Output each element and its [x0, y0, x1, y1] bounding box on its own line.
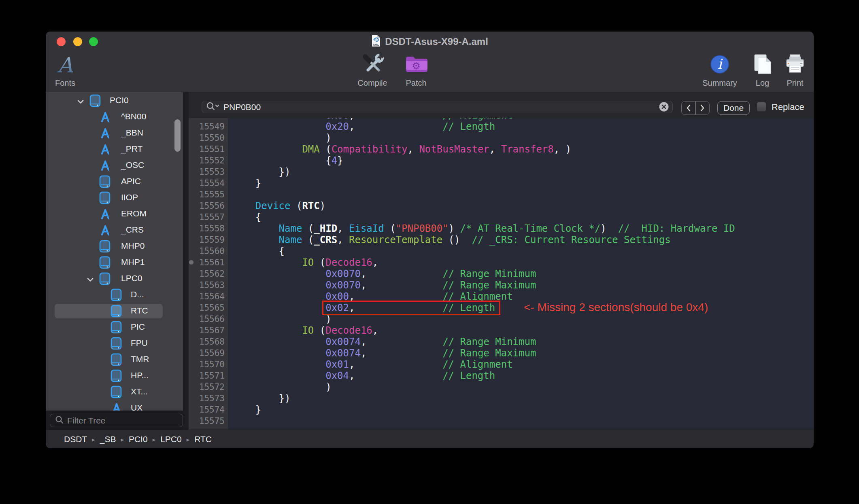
done-button[interactable]: Done: [717, 101, 750, 115]
sidebar-tree[interactable]: PCI0^BN00_BBN_PRT_OSCAPICIIOPEROM_CRSMHP…: [46, 92, 183, 411]
code-line[interactable]: }): [232, 393, 291, 404]
summary-button[interactable]: i Summary: [700, 53, 740, 88]
code-line[interactable]: {: [232, 212, 261, 223]
code-line[interactable]: 0x20, // Length: [232, 121, 495, 132]
device-icon: [99, 191, 111, 206]
code-line[interactable]: 0x04, // Length: [232, 370, 495, 381]
tree-item-label: MHP0: [121, 241, 145, 251]
breadcrumb-item-pci0[interactable]: PCI0: [129, 434, 148, 444]
print-button[interactable]: Print: [780, 53, 810, 88]
code-line[interactable]: 0x00, // Alignment: [232, 118, 513, 121]
tree-item-apic[interactable]: APIC: [46, 174, 183, 190]
find-next-button[interactable]: [696, 102, 709, 114]
tree-item-fpu[interactable]: FPU: [46, 335, 183, 352]
code-line[interactable]: {4}: [232, 155, 343, 166]
replace-checkbox[interactable]: [757, 102, 766, 112]
tree-item-rtc[interactable]: RTC: [46, 303, 183, 319]
breadcrumb-item-sb[interactable]: _SB: [100, 434, 116, 444]
patch-button[interactable]: ⚙ Patch: [398, 53, 434, 88]
find-previous-button[interactable]: [682, 102, 695, 114]
search-icon: [55, 415, 64, 426]
tree-item-lpc0[interactable]: LPC0: [46, 271, 183, 287]
tree-item-bn00[interactable]: ^BN00: [46, 109, 183, 125]
tree-item-mhp1[interactable]: MHP1: [46, 254, 183, 271]
line-number: 15559: [189, 234, 225, 246]
line-number: 15551: [189, 144, 225, 155]
tree-item-label: IIOP: [121, 193, 138, 202]
tree-item-erom[interactable]: EROM: [46, 206, 183, 222]
summary-label: Summary: [702, 78, 737, 88]
clear-search-button[interactable]: [659, 102, 669, 112]
tree-item-osc[interactable]: _OSC: [46, 157, 183, 174]
sidebar-scrollbar-thumb[interactable]: [174, 119, 181, 152]
code-line[interactable]: 0x0074, // Range Maximum: [232, 347, 536, 359]
breadcrumb-item-dsdt[interactable]: DSDT: [64, 434, 87, 444]
title-bar: AML DSDT-Asus-X99-A.aml: [46, 32, 814, 52]
window-title: DSDT-Asus-X99-A.aml: [385, 36, 488, 47]
breadcrumb-item-lpc0[interactable]: LPC0: [160, 434, 182, 444]
document-icon: AML: [371, 35, 381, 49]
code-line[interactable]: ): [232, 381, 332, 393]
tree-item-crs[interactable]: _CRS: [46, 222, 183, 238]
code-line[interactable]: 0x01, // Alignment: [232, 359, 513, 370]
log-button[interactable]: Log: [747, 53, 778, 88]
code-line[interactable]: Name (_CRS, ResourceTemplate () // _CRS:…: [232, 234, 671, 246]
tree-item-ux[interactable]: UX: [46, 400, 183, 411]
filter-tree-input[interactable]: Filter Tree: [50, 414, 183, 427]
tree-item-label: HP...: [131, 371, 149, 380]
tree-item-label: UX: [131, 403, 142, 411]
tree-item-label: EROM: [121, 209, 147, 218]
tree-item-prt[interactable]: _PRT: [46, 141, 183, 157]
code-line[interactable]: DMA (Compatibility, NotBusMaster, Transf…: [232, 144, 571, 155]
tree-item-pci0[interactable]: PCI0: [46, 93, 183, 109]
compile-button[interactable]: Compile: [352, 53, 393, 88]
method-icon: [99, 208, 111, 222]
code-line[interactable]: 0x0074, // Range Minimum: [232, 336, 536, 347]
code-line[interactable]: }: [232, 178, 261, 189]
line-number: 15573: [189, 393, 225, 404]
code-line[interactable]: 0x0070, // Range Minimum: [232, 268, 536, 280]
breadcrumb-item-rtc[interactable]: RTC: [194, 434, 212, 444]
code-line[interactable]: IO (Decode16,: [232, 325, 378, 336]
line-number: 15569: [189, 347, 225, 359]
tree-item-label: MHP1: [121, 257, 145, 267]
line-number: 15558: [189, 223, 225, 234]
code-line[interactable]: Device (RTC): [232, 200, 325, 212]
tree-item-pic[interactable]: PIC: [46, 319, 183, 335]
code-line[interactable]: IO (Decode16,: [232, 257, 378, 268]
method-icon: [111, 402, 123, 411]
code-line[interactable]: 0x0070, // Range Maximum: [232, 280, 536, 291]
tree-item-label: XT...: [131, 387, 148, 396]
code-editor[interactable]: 1554915550155511555215553155541555515556…: [189, 118, 814, 430]
code-line[interactable]: ): [232, 313, 332, 325]
tree-item-d[interactable]: D...: [46, 287, 183, 303]
code-line[interactable]: }): [232, 166, 291, 178]
split-divider[interactable]: [183, 92, 189, 430]
tree-item-tmr[interactable]: TMR: [46, 352, 183, 368]
tree-item-iiop[interactable]: IIOP: [46, 190, 183, 206]
log-pages-icon: [753, 54, 772, 76]
replace-label: Replace: [772, 102, 804, 112]
chevron-down-icon[interactable]: [77, 98, 84, 106]
tree-item-mhp0[interactable]: MHP0: [46, 238, 183, 254]
find-prev-next-control: [681, 101, 710, 115]
gutter-marker-dot: [189, 260, 193, 265]
tree-item-label: _PRT: [121, 144, 142, 154]
fonts-button[interactable]: A Fonts: [49, 53, 81, 88]
chevron-down-icon[interactable]: [87, 276, 94, 284]
code-line[interactable]: ): [232, 132, 332, 144]
tree-item-xt[interactable]: XT...: [46, 384, 183, 400]
code-line[interactable]: }: [232, 404, 261, 415]
tree-item-label: ^BN00: [121, 112, 146, 121]
tree-item-bbn[interactable]: _BBN: [46, 125, 183, 141]
tree-item-label: FPU: [131, 338, 148, 348]
search-menu-icon[interactable]: [206, 102, 220, 113]
code-line[interactable]: {: [232, 246, 285, 257]
code-line[interactable]: Name (_HID, EisaId ("PNP0B00") /* AT Rea…: [232, 223, 735, 234]
line-number: 15564: [189, 291, 225, 302]
tree-item-hp[interactable]: HP...: [46, 368, 183, 384]
method-icon: [99, 159, 111, 174]
find-input[interactable]: PNP0B00: [202, 101, 673, 113]
line-number: 15574: [189, 404, 225, 415]
line-number: 15572: [189, 381, 225, 393]
